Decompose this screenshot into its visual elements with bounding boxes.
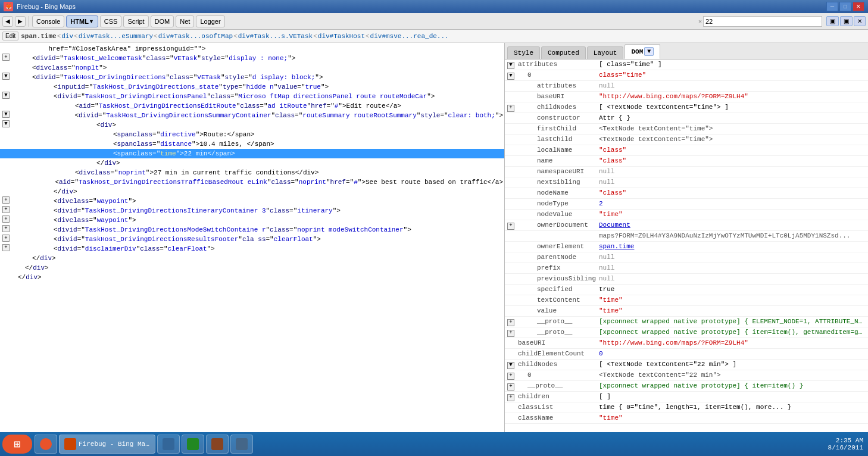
net-tab[interactable]: Net xyxy=(176,15,194,27)
expand-button[interactable]: + xyxy=(2,225,10,232)
breadcrumb-div1[interactable]: div xyxy=(61,33,73,40)
expand-icon[interactable]: + xyxy=(507,223,514,230)
dom-row-0: ▼ 0 class="time" xyxy=(505,70,868,81)
expand-icon[interactable]: ▼ xyxy=(507,62,514,69)
dom-tab-main[interactable]: DOM xyxy=(151,15,174,27)
breadcrumb-div5[interactable]: div#TaskHost xyxy=(318,33,365,40)
nav-back-button[interactable]: ◀ xyxy=(2,16,13,27)
item5-icon xyxy=(211,438,223,450)
dom-row-ownerdocument-url: maps?FORM=Z9LH4#Y3A9NDAuNzIzMjYwOTYzMTUw… xyxy=(505,231,868,242)
expand-button[interactable]: + xyxy=(2,215,10,223)
html-line: <a id="TaskHost_DrivingDirectionsEditRou… xyxy=(0,101,504,111)
expand-icon[interactable]: + xyxy=(507,330,514,337)
logger-tab[interactable]: Logger xyxy=(196,15,224,27)
expand-button[interactable]: + xyxy=(2,206,10,213)
html-content[interactable]: href="#CloseTaskArea" impressionguid="">… xyxy=(0,43,504,446)
dom-row-childnodes-0: + 0 <TextNode textContent="22 min"> xyxy=(505,370,868,381)
breadcrumb-span-time[interactable]: span.time xyxy=(21,33,56,40)
expand-icon[interactable]: + xyxy=(507,373,514,380)
search-clear-button[interactable]: ✕ xyxy=(698,18,702,25)
start-button[interactable]: ⊞ xyxy=(2,435,32,454)
taskbar-item-5[interactable] xyxy=(206,435,229,454)
taskbar-item-ie[interactable] xyxy=(35,435,57,454)
breadcrumb-div6[interactable]: div#msve...rea_de... xyxy=(370,33,449,40)
expand-icon[interactable]: + xyxy=(507,394,514,401)
console-tab[interactable]: Console xyxy=(32,15,64,27)
html-line: <span class="directive"> Route:</span> xyxy=(0,130,504,139)
dom-content[interactable]: ▼ attributes [ class="time" ] ▼ 0 class=… xyxy=(505,60,868,446)
close-button[interactable]: ✕ xyxy=(853,2,864,11)
dom-row-classlist: classList time { 0="time", length=1, ite… xyxy=(505,402,868,413)
dom-row-proto2: + __proto__ [xpconnect wrapped native pr… xyxy=(505,327,868,338)
dom-dropdown[interactable]: ▼ xyxy=(644,47,654,56)
html-line: + <div id="TaskHost_DrivingDirectionsRes… xyxy=(0,235,504,244)
expand-button[interactable]: ▼ xyxy=(2,111,10,118)
dom-row-nodetype: nodeType 2 xyxy=(505,199,868,210)
html-tab[interactable]: HTML ▼ xyxy=(66,15,98,27)
html-line: </div> xyxy=(0,254,504,263)
taskbar-item-4[interactable] xyxy=(182,435,204,454)
style-tab[interactable]: Style xyxy=(507,46,540,59)
expand-icon[interactable]: ▼ xyxy=(507,73,514,80)
dom-row-name: name "class" xyxy=(505,156,868,167)
toolbar-separator xyxy=(29,16,29,27)
html-line: <a id="TaskHost_DrivingDirectionsTraffic… xyxy=(0,177,504,187)
computed-tab[interactable]: Computed xyxy=(541,46,586,59)
html-line: + <div id="TaskHost_DrivingDirectionsIti… xyxy=(0,206,504,215)
dom-row-constructor: constructor Attr { } xyxy=(505,113,868,124)
taskbar-label-firebug: Firebug - Bing Maps xyxy=(79,441,150,448)
script-tab[interactable]: Script xyxy=(123,15,148,27)
breadcrumb-div4[interactable]: div#Task...s.VETask xyxy=(238,33,313,40)
expand-icon[interactable]: + xyxy=(507,105,514,112)
expand-button[interactable]: + xyxy=(2,244,10,251)
css-tab[interactable]: CSS xyxy=(100,15,122,27)
taskbar-item-firebug[interactable]: Firebug - Bing Maps xyxy=(59,435,155,454)
dom-tab[interactable]: DOM ▼ xyxy=(625,44,660,59)
html-line: + <div class="waypoint"> xyxy=(0,215,504,225)
dom-row-childnodes-attr: + childNodes [ <TextNode textContent="ti… xyxy=(505,102,868,113)
dom-row-baseuri: baseURI "http://www.bing.com/maps/?FORM=… xyxy=(505,92,868,102)
expand-button[interactable]: ▼ xyxy=(2,92,10,99)
taskbar-item-3[interactable] xyxy=(157,435,180,454)
clock-time: 2:35 AM xyxy=(828,437,863,444)
html-line: ▼ <div> xyxy=(0,120,504,130)
panel-button-3[interactable]: ✕ xyxy=(854,16,866,26)
dom-row-nodename: nodeName "class" xyxy=(505,188,868,199)
expand-icon[interactable]: + xyxy=(507,319,514,326)
window-controls[interactable]: ─ □ ✕ xyxy=(826,2,864,11)
dom-row-namespaceuri: namespaceURI null xyxy=(505,167,868,177)
taskbar-item-6[interactable] xyxy=(230,435,253,454)
expand-button[interactable]: + xyxy=(2,235,10,242)
layout-tab[interactable]: Layout xyxy=(587,46,624,59)
taskbar: ⊞ Firebug - Bing Maps 2:35 AM 8/16/2011 xyxy=(0,432,868,456)
html-line: + <div id="TaskHost_DrivingDirectionsMod… xyxy=(0,225,504,235)
search-input[interactable] xyxy=(703,16,822,27)
expand-button[interactable]: + xyxy=(2,196,10,204)
panel-button-2[interactable]: ▣ xyxy=(840,16,853,26)
html-line: href="#CloseTaskArea" impressionguid=""> xyxy=(0,44,504,54)
expand-icon[interactable]: ▼ xyxy=(507,362,514,369)
maximize-button[interactable]: □ xyxy=(839,2,851,11)
expand-icon[interactable]: + xyxy=(507,383,514,391)
html-line: </div> xyxy=(0,273,504,282)
nav-forward-button[interactable]: ▶ xyxy=(15,16,26,27)
expand-button[interactable]: ▼ xyxy=(2,73,10,80)
ie-icon xyxy=(40,438,52,450)
selected-html-line: < span class =" time "> 22 min</span> xyxy=(0,149,504,158)
html-line: <input id="TaskHost_DrivingDirections_st… xyxy=(0,82,504,92)
expand-button[interactable]: ▼ xyxy=(2,120,10,127)
panel-button-1[interactable]: ▣ xyxy=(826,16,839,26)
breadcrumb-div3[interactable]: div#Task...osoftMap xyxy=(158,33,233,40)
expand-button[interactable]: + xyxy=(2,54,10,61)
title-bar: 🦊 Firebug - Bing Maps ─ □ ✕ xyxy=(0,0,868,13)
minimize-button[interactable]: ─ xyxy=(826,2,838,11)
dom-row-proto1: + __proto__ [xpconnect wrapped native pr… xyxy=(505,317,868,327)
edit-button[interactable]: Edit xyxy=(2,32,18,40)
dom-row-ownerelement: ownerElement span.time xyxy=(505,242,868,252)
html-line: <div class="nonplt"> xyxy=(0,63,504,73)
item6-icon xyxy=(236,438,248,450)
dom-row-childnodes-proto: + __proto__ [xpconnect wrapped native pr… xyxy=(505,381,868,392)
search-area: ✕ xyxy=(698,16,822,27)
dom-row-top-baseuri: baseURI "http://www.bing.com/maps/?FORM=… xyxy=(505,338,868,349)
breadcrumb-div2[interactable]: div#Task...eSummary xyxy=(79,33,153,40)
